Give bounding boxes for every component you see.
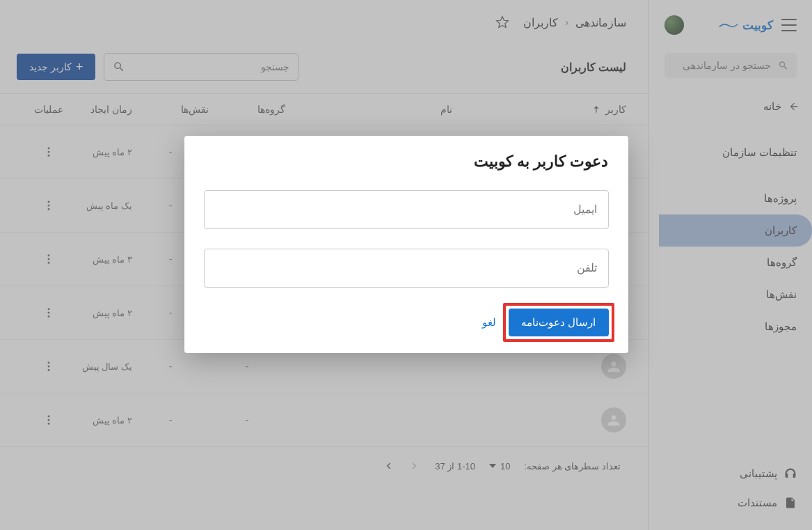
email-field-wrapper — [204, 190, 609, 229]
modal-actions: ارسال دعوت‌نامه لغو — [204, 309, 609, 336]
phone-field[interactable] — [216, 262, 597, 274]
modal-overlay[interactable]: دعوت کاربر به کوبیت ارسال دعوت‌نامه لغو — [0, 0, 812, 530]
phone-field-wrapper — [204, 249, 609, 288]
send-invite-button[interactable]: ارسال دعوت‌نامه — [509, 309, 608, 336]
cancel-button[interactable]: لغو — [482, 316, 496, 329]
modal-title: دعوت کاربر به کوبیت — [204, 153, 609, 171]
email-field[interactable] — [216, 203, 597, 216]
invite-modal: دعوت کاربر به کوبیت ارسال دعوت‌نامه لغو — [184, 136, 628, 353]
